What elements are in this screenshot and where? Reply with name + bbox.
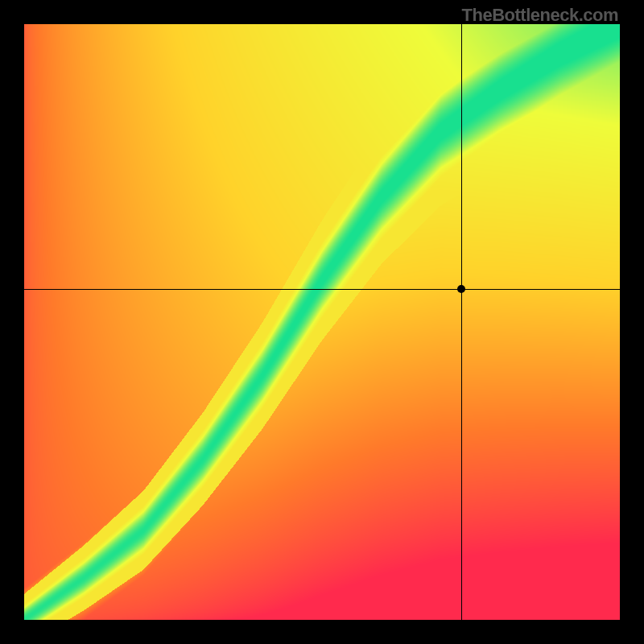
heatmap-plot <box>24 24 620 620</box>
chart-frame: TheBottleneck.com <box>0 0 644 644</box>
heatmap-canvas <box>24 24 620 620</box>
watermark-text: TheBottleneck.com <box>462 5 618 26</box>
